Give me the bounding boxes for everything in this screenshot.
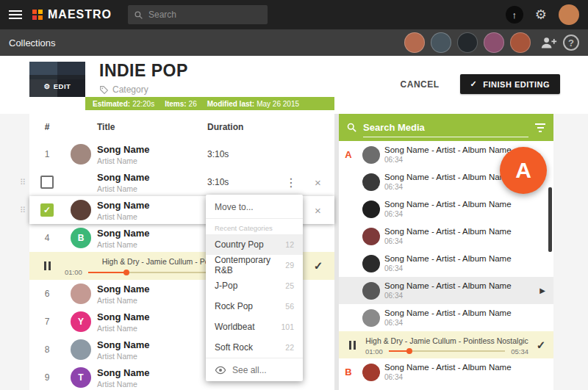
item-count: 12 [285, 240, 294, 249]
search-icon [134, 10, 143, 20]
media-time: 06:34 [384, 210, 531, 218]
media-search-input[interactable]: Search Media [363, 118, 528, 137]
media-row[interactable]: Song Name - Artist - Album Name06:34 [339, 195, 553, 223]
item-count: 101 [281, 322, 294, 331]
user-avatar[interactable] [559, 4, 579, 25]
media-row[interactable]: Song Name - Artist - Album Name06:34 [339, 223, 553, 250]
global-search-input[interactable]: Search [128, 5, 268, 24]
progress-track[interactable] [389, 350, 505, 352]
song-artist: Artist Name [97, 156, 207, 165]
drag-handle-icon[interactable]: ⠿ [20, 178, 26, 187]
scrollbar-thumb[interactable] [548, 187, 552, 252]
kebab-menu-button[interactable]: ⋮ [281, 176, 301, 189]
media-now-playing-row[interactable]: High & Dry - Jamie Cullum - Pointless No… [339, 331, 553, 358]
menu-item[interactable]: Contemporary R&B29 [206, 255, 303, 275]
items-value: 26 [189, 100, 197, 108]
song-avatar-letter: B [71, 228, 91, 248]
song-duration: 3:10s [207, 177, 281, 187]
menu-item[interactable]: Country Pop12 [206, 234, 303, 255]
item-count: 22 [285, 343, 294, 352]
row-checkbox-unchecked[interactable] [40, 176, 54, 189]
media-row[interactable]: Song Name - Artist - Album Name06:34 [339, 304, 553, 331]
settings-gear-icon[interactable]: ⚙ [535, 8, 547, 21]
menu-item[interactable]: Soft Rock22 [206, 337, 303, 358]
add-collaborator-button[interactable] [541, 36, 557, 49]
playing-title: High & Dry - Jamie Cullum - Pointless No… [365, 336, 528, 345]
check-icon: ✓ [470, 79, 478, 89]
modified-label: Modified last: [207, 100, 254, 108]
media-search-placeholder: Search Media [363, 122, 425, 133]
song-title: Song Name [97, 339, 207, 350]
search-placeholder: Search [148, 10, 176, 20]
collaborator-avatar[interactable] [510, 32, 531, 53]
item-count: 25 [285, 281, 294, 290]
item-count: 29 [285, 261, 294, 270]
song-row[interactable]: 1 Song NameArtist Name 3:10s [29, 140, 334, 168]
song-title: Song Name [97, 144, 207, 155]
help-button[interactable]: ? [563, 35, 579, 51]
menu-item[interactable]: J-Pop25 [206, 275, 303, 296]
row-checkbox-checked[interactable]: ✓ [40, 203, 54, 217]
collections-bar: Collections ? [0, 29, 588, 56]
topbar: MAESTRO Search ↑ ⚙ [0, 0, 588, 29]
stats-bar: Estimated: 22:20s Items: 26 Modified las… [85, 97, 334, 110]
see-all-button[interactable]: See all... [206, 358, 303, 381]
estimated-value: 22:20s [132, 100, 154, 108]
song-artist: Artist Name [97, 212, 207, 221]
song-avatar [71, 144, 91, 165]
media-row[interactable]: Song Name - Artist - Album Name06:34 [339, 250, 553, 277]
media-title: Song Name - Artist - Album Name [384, 200, 531, 209]
edit-button[interactable]: ⚙ EDIT [29, 75, 85, 97]
category-tag-icon [99, 85, 109, 95]
collaborator-avatar[interactable] [484, 32, 504, 53]
media-avatar [362, 364, 380, 381]
collaborator-avatar[interactable] [404, 32, 425, 53]
help-icon: ? [568, 37, 574, 48]
row-number: 1 [29, 149, 65, 159]
collaborator-avatar[interactable] [431, 32, 451, 53]
finish-editing-button[interactable]: ✓ FINISH EDITING [460, 74, 560, 94]
media-time: 06:34 [384, 373, 531, 381]
progress-handle[interactable] [123, 270, 129, 275]
song-artist: Artist Name [97, 352, 207, 361]
menu-item[interactable]: Rock Pop56 [206, 296, 303, 317]
media-time: 06:34 [384, 292, 531, 300]
media-time: 06:34 [384, 319, 531, 327]
cancel-button[interactable]: CANCEL [401, 79, 440, 90]
menu-item[interactable]: Worldbeat101 [206, 317, 303, 337]
song-avatar [71, 284, 91, 304]
filter-icon[interactable] [534, 123, 546, 132]
song-row-selected-unchecked[interactable]: ⠿ Song NameArtist Name 3:10s ⋮ × [29, 168, 334, 196]
drag-handle-icon[interactable]: ⠿ [20, 206, 26, 215]
remove-song-button[interactable]: × [301, 204, 334, 217]
song-title: Song Name [97, 172, 207, 183]
page-title: INDIE POP [99, 61, 188, 81]
app-logo[interactable]: MAESTRO [32, 8, 112, 21]
remove-song-button[interactable]: × [301, 176, 334, 189]
media-avatar [362, 282, 380, 300]
song-artist: Artist Name [97, 240, 207, 249]
category-header: ⚙ EDIT INDIE POP Category Estimated: 22:… [0, 56, 588, 114]
added-check-icon[interactable]: ✓ [302, 259, 334, 272]
collections-title[interactable]: Collections [9, 37, 56, 48]
progress-fill [88, 272, 126, 273]
song-avatar-letter: Y [71, 311, 91, 332]
play-icon[interactable]: ▶ [531, 286, 553, 295]
collaborator-avatar[interactable] [457, 32, 478, 53]
added-check-icon[interactable]: ✓ [528, 339, 553, 352]
progress-handle[interactable] [406, 348, 412, 354]
media-avatar [362, 173, 380, 191]
alphabet-index-bubble[interactable]: A [500, 147, 547, 194]
song-artist: Artist Name [97, 296, 207, 305]
menu-title: Move to... [206, 195, 303, 219]
upload-button[interactable]: ↑ [506, 6, 523, 24]
song-avatar-letter: T [71, 367, 91, 388]
pause-icon[interactable] [29, 261, 65, 270]
media-title: Song Name - Artist - Album Name [384, 281, 531, 290]
items-label: Items: [165, 100, 186, 108]
media-row[interactable]: B Song Name - Artist - Album Name06:34 [339, 358, 553, 386]
menu-icon[interactable] [9, 10, 22, 19]
pause-icon[interactable] [339, 341, 365, 350]
media-search-panel: Search Media A Song Name - Artist - Albu… [339, 114, 553, 390]
media-row-highlighted[interactable]: Song Name - Artist - Album Name06:34 ▶ [339, 277, 553, 304]
